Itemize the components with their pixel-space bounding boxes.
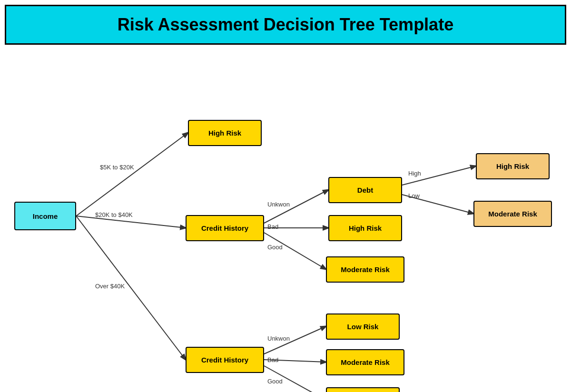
- svg-line-0: [76, 133, 188, 216]
- label-credit-bot-unkwon: Unkwon: [267, 335, 290, 342]
- label-income-high: $5K to $20K: [100, 164, 134, 171]
- label-credit-bot-bad: Bad: [267, 356, 278, 363]
- low-risk-bot2-node: Low Risk: [326, 387, 400, 392]
- label-credit-mid-unkwon: Unkwon: [267, 201, 290, 208]
- svg-line-5: [264, 233, 326, 269]
- diagram-area: Income High Risk Credit History Credit H…: [0, 49, 571, 392]
- svg-line-2: [76, 216, 186, 360]
- low-risk-bot1-node: Low Risk: [326, 314, 400, 340]
- label-credit-mid-good: Good: [267, 244, 283, 251]
- page-header: Risk Assessment Decision Tree Template: [5, 5, 566, 45]
- income-node: Income: [14, 202, 76, 230]
- debt-node: Debt: [328, 177, 402, 203]
- page-title: Risk Assessment Decision Tree Template: [11, 15, 560, 35]
- moderate-risk-bot-node: Moderate Risk: [326, 349, 404, 375]
- label-income-credit-mid: $20K to $40K: [95, 211, 133, 218]
- label-debt-high: High: [408, 170, 421, 177]
- label-income-credit-bot: Over $40K: [95, 283, 125, 290]
- moderate-risk-mid-node: Moderate Risk: [326, 256, 404, 283]
- high-risk-right-node: High Risk: [476, 153, 550, 179]
- label-credit-mid-bad: Bad: [267, 223, 278, 230]
- credit-history-bot-node: Credit History: [186, 347, 264, 373]
- high-risk-mid-node: High Risk: [328, 215, 402, 241]
- label-credit-bot-good: Good: [267, 378, 283, 385]
- high-risk-top-node: High Risk: [188, 120, 262, 146]
- moderate-risk-right-node: Moderate Risk: [473, 201, 552, 227]
- credit-history-mid-node: Credit History: [186, 215, 264, 241]
- label-debt-low: Low: [408, 192, 420, 199]
